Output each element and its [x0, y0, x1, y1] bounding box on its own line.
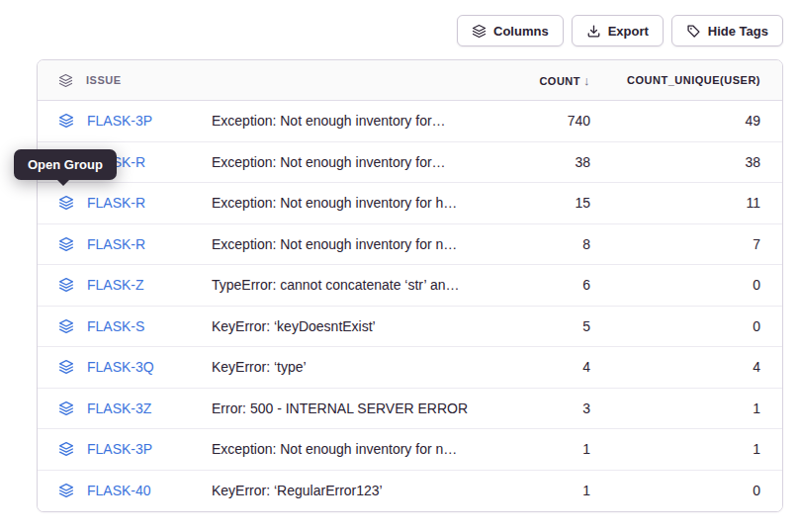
issue-column-label: ISSUE	[86, 74, 122, 86]
count-unique-value: 11	[592, 195, 782, 211]
issue-link[interactable]: FLASK-Z	[87, 277, 144, 293]
issue-link[interactable]: FLASK-3Z	[87, 400, 151, 416]
table-header-row: ISSUE COUNT↓ COUNT_UNIQUE(USER)	[38, 60, 782, 101]
issue-title: TypeError: cannot concatenate ‘str’ an…	[212, 277, 484, 293]
issue-group-icon[interactable]	[58, 195, 74, 211]
count-unique-value: 49	[592, 113, 782, 129]
count-unique-value: 1	[592, 441, 782, 457]
count-value: 6	[484, 277, 592, 293]
count-unique-value: 1	[592, 400, 782, 416]
count-value: 15	[484, 195, 592, 211]
issue-group-icon[interactable]	[58, 236, 74, 252]
count-value: 1	[484, 483, 592, 498]
issue-title: Exception: Not enough inventory for…	[212, 154, 484, 170]
table-row: FLASK-3Z Error: 500 - INTERNAL SERVER ER…	[38, 389, 782, 430]
issue-link[interactable]: FLASK-40	[87, 483, 151, 498]
count-value: 4	[484, 359, 592, 375]
count-unique-value: 0	[592, 277, 782, 293]
table-row: FLASK-R Exception: Not enough inventory …	[38, 142, 782, 184]
count-unique-value: 4	[592, 359, 782, 375]
issue-title: KeyError: ‘RegularError123’	[212, 483, 484, 498]
tooltip-arrow	[57, 180, 69, 186]
count-unique-value: 7	[592, 236, 782, 252]
tag-icon	[686, 24, 701, 39]
issue-link[interactable]: FLASK-S	[87, 318, 144, 334]
count-column-label: COUNT	[539, 75, 580, 87]
issue-group-icon[interactable]	[58, 441, 74, 457]
layers-icon	[472, 24, 487, 39]
issue-title: Exception: Not enough inventory for n…	[212, 441, 484, 457]
count-value: 8	[484, 236, 592, 252]
count-value: 5	[484, 318, 592, 334]
count-unique-value: 38	[592, 154, 782, 170]
issue-group-icon[interactable]	[58, 359, 74, 375]
layers-icon	[58, 73, 73, 88]
issue-group-icon[interactable]	[58, 318, 74, 334]
download-icon	[586, 24, 601, 39]
table-row: FLASK-S KeyError: ‘keyDoesntExist’ 5 0	[38, 307, 782, 348]
issue-link[interactable]: FLASK-3P	[87, 441, 152, 457]
columns-button[interactable]: Columns	[457, 15, 564, 46]
export-button-label: Export	[608, 24, 649, 39]
issue-title: Error: 500 - INTERNAL SERVER ERROR	[212, 400, 484, 416]
count-value: 38	[484, 154, 592, 170]
table-row: FLASK-40 KeyError: ‘RegularError123’ 1 0	[38, 471, 782, 512]
issue-group-icon[interactable]	[58, 400, 74, 416]
open-group-tooltip: Open Group	[14, 149, 117, 180]
sort-descending-icon: ↓	[583, 73, 590, 88]
table-row: FLASK-R Exception: Not enough inventory …	[38, 224, 782, 266]
count-column-header[interactable]: COUNT↓	[484, 73, 592, 88]
issue-link[interactable]: FLASK-3P	[87, 113, 152, 129]
issue-link[interactable]: FLASK-R	[87, 236, 145, 252]
export-button[interactable]: Export	[572, 15, 664, 46]
hide-tags-button[interactable]: Hide Tags	[671, 15, 783, 46]
issue-link[interactable]: FLASK-R	[87, 195, 145, 211]
issue-title: Exception: Not enough inventory for…	[212, 113, 484, 129]
count-value: 1	[484, 441, 592, 457]
issue-group-icon[interactable]	[58, 483, 74, 498]
table-row: FLASK-Z TypeError: cannot concatenate ‘s…	[38, 265, 782, 307]
issue-link[interactable]: FLASK-3Q	[87, 359, 154, 375]
count-unique-value: 0	[592, 483, 782, 498]
issue-group-icon[interactable]	[58, 113, 74, 129]
issue-title: KeyError: ‘type’	[212, 359, 484, 375]
hide-tags-button-label: Hide Tags	[708, 24, 768, 39]
issue-title: Exception: Not enough inventory for n…	[212, 236, 484, 252]
columns-button-label: Columns	[493, 24, 549, 39]
issue-title: Exception: Not enough inventory for h…	[212, 195, 484, 211]
table-row: FLASK-3Q KeyError: ‘type’ 4 4	[38, 347, 782, 389]
issue-column-header[interactable]: ISSUE	[38, 73, 212, 88]
results-table: ISSUE COUNT↓ COUNT_UNIQUE(USER) FLASK-3P…	[37, 59, 783, 512]
count-unique-column-header[interactable]: COUNT_UNIQUE(USER)	[592, 74, 782, 86]
issue-title: KeyError: ‘keyDoesntExist’	[212, 318, 484, 334]
issue-group-icon[interactable]	[58, 277, 74, 293]
table-row: FLASK-R Exception: Not enough inventory …	[38, 183, 782, 224]
tooltip-text: Open Group	[28, 157, 103, 172]
count-value: 740	[484, 113, 592, 129]
count-value: 3	[484, 400, 592, 416]
table-row: FLASK-3P Exception: Not enough inventory…	[38, 429, 782, 471]
count-unique-value: 0	[592, 318, 782, 334]
discover-results-page: Columns Export Hide Tags ISSUE COUNT↓ CO…	[0, 0, 798, 532]
results-toolbar: Columns Export Hide Tags	[457, 15, 783, 46]
table-row: FLASK-3P Exception: Not enough inventory…	[38, 101, 782, 142]
